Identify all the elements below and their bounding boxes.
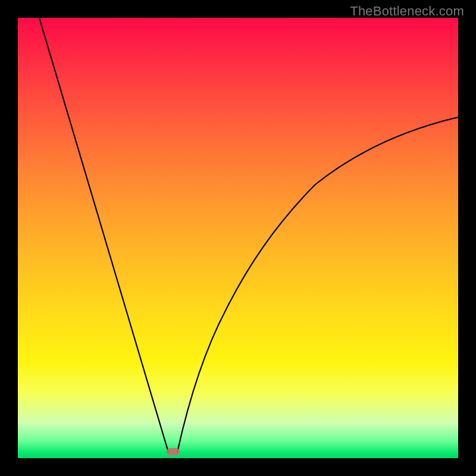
watermark-text: TheBottleneck.com [350, 4, 464, 19]
curve-right-branch [177, 117, 458, 452]
chart-plot-area [18, 18, 458, 458]
curve-left-branch [39, 18, 168, 452]
bottleneck-curve [18, 18, 458, 458]
curve-minimum-marker [167, 448, 180, 455]
